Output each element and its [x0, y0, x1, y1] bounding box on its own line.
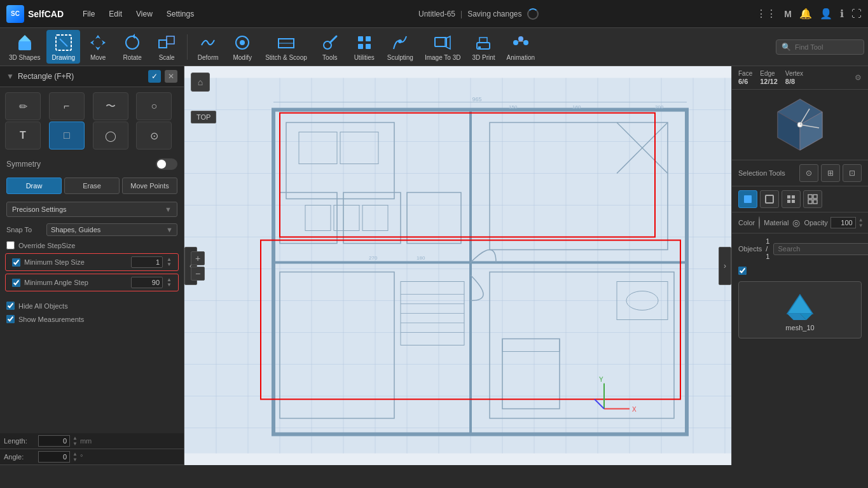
min-angle-step-spinner[interactable]: ▲▼: [167, 277, 172, 288]
min-step-size-input[interactable]: [131, 256, 163, 268]
sel-all-btn[interactable]: [803, 190, 822, 208]
min-step-size-spinner[interactable]: ▲▼: [167, 257, 172, 267]
svg-rect-106: [787, 200, 790, 203]
angle-unit: °: [80, 453, 83, 461]
svg-text:200: 200: [655, 104, 664, 110]
override-stepsize-label: Override StepSize: [18, 242, 75, 249]
tb-rotate[interactable]: Rotate: [116, 30, 149, 64]
menu-settings[interactable]: Settings: [160, 7, 200, 21]
tb-utilities[interactable]: Utilities: [348, 30, 381, 64]
snap-to-select[interactable]: Shapes, Guides ▼: [46, 223, 177, 236]
medium-icon[interactable]: M: [784, 9, 792, 19]
compass-button[interactable]: ⌂: [191, 73, 210, 92]
scale-icon: [156, 32, 177, 53]
erase-button[interactable]: Erase: [64, 178, 120, 194]
share-icon[interactable]: ⋮⋮: [756, 8, 776, 20]
nav-right-arrow[interactable]: ›: [719, 247, 731, 285]
tb-deform-label: Deform: [198, 54, 219, 61]
color-label: Color: [738, 219, 755, 227]
find-tool-input[interactable]: [795, 43, 858, 51]
symmetry-toggle[interactable]: [156, 158, 177, 170]
menu-edit[interactable]: Edit: [102, 7, 128, 21]
tb-3d-shapes[interactable]: 3D Shapes: [4, 30, 45, 64]
tb-move[interactable]: Move: [81, 30, 114, 64]
zoom-in-button[interactable]: +: [191, 251, 205, 265]
pencil-tool[interactable]: ✏: [5, 92, 41, 120]
svg-line-3: [60, 39, 67, 46]
top-view-label[interactable]: TOP: [191, 111, 216, 123]
tb-deform[interactable]: Deform: [191, 30, 224, 64]
zoom-out-button[interactable]: −: [191, 267, 205, 281]
sel-btn-2[interactable]: ⊞: [821, 164, 840, 182]
hide-all-objects-checkbox[interactable]: [6, 302, 15, 310]
vertex-group: Vertex 8/8: [785, 70, 803, 85]
tb-modify[interactable]: Modify: [226, 30, 259, 64]
user-icon[interactable]: 👤: [820, 8, 832, 20]
face-group: Face 6/6: [738, 70, 752, 85]
angle-down[interactable]: ▼: [72, 457, 78, 463]
min-step-size-checkbox[interactable]: [12, 258, 20, 267]
length-up[interactable]: ▲: [72, 435, 78, 441]
tb-scale[interactable]: Scale: [150, 30, 183, 64]
opacity-down[interactable]: ▼: [858, 223, 864, 228]
move-points-button[interactable]: Move Points: [122, 178, 177, 194]
opacity-input[interactable]: [830, 217, 856, 228]
sel-btn-1[interactable]: ⊙: [799, 164, 818, 182]
polygon-tool[interactable]: ⊙: [136, 122, 172, 150]
show-measurements-checkbox[interactable]: [6, 315, 15, 323]
tb-sculpting[interactable]: Sculpting: [382, 30, 418, 64]
ellipse-tool[interactable]: ◯: [93, 122, 128, 150]
min-angle-step-input[interactable]: [131, 277, 163, 288]
file-title: Untitled-65: [418, 10, 455, 18]
tb-image-to-3d[interactable]: Image To 3D: [420, 30, 466, 64]
find-tool[interactable]: 🔍: [776, 39, 864, 55]
sel-btn-3[interactable]: ⊡: [843, 164, 862, 182]
text-tool[interactable]: T: [5, 122, 41, 150]
draw-button[interactable]: Draw: [6, 178, 62, 194]
angle-input[interactable]: [38, 451, 70, 463]
tb-3d-print[interactable]: 3D Print: [467, 30, 500, 64]
color-swatch[interactable]: [759, 216, 760, 229]
settings-gear[interactable]: ⚙: [855, 73, 862, 82]
info-icon[interactable]: ℹ: [840, 8, 844, 20]
svg-rect-7: [159, 40, 167, 48]
canvas-area[interactable]: ‹ › ⌂ TOP + −: [184, 66, 731, 465]
override-stepsize-checkbox[interactable]: [6, 241, 15, 249]
tb-animation[interactable]: Animation: [502, 30, 540, 64]
menu-file[interactable]: File: [76, 7, 101, 21]
close-panel-button[interactable]: ✕: [165, 70, 177, 83]
circle-tool[interactable]: ○: [136, 92, 172, 120]
precision-settings-dropdown[interactable]: Precison Settings ▼: [6, 202, 177, 217]
objects-search-wrap[interactable]: 🔍: [773, 243, 868, 255]
polyline-tool[interactable]: ⌐: [49, 92, 85, 120]
length-input[interactable]: [38, 435, 70, 447]
menu-view[interactable]: View: [130, 7, 159, 21]
obj-visible-checkbox[interactable]: [738, 267, 747, 275]
mesh-name: mesh_10: [785, 324, 814, 331]
opacity-up[interactable]: ▲: [858, 217, 864, 223]
fullscreen-icon[interactable]: ⛶: [851, 8, 862, 20]
tb-3d-shapes-label: 3D Shapes: [9, 54, 40, 61]
length-down[interactable]: ▼: [72, 441, 78, 447]
angle-up[interactable]: ▲: [72, 451, 78, 457]
sel-vertex-btn[interactable]: [782, 190, 801, 208]
curve-tool[interactable]: 〜: [93, 92, 128, 120]
sel-face-btn[interactable]: [738, 190, 757, 208]
sel-edge-btn[interactable]: [760, 190, 779, 208]
mesh-card[interactable]: mesh_10: [738, 281, 862, 338]
min-angle-step-checkbox[interactable]: [12, 279, 20, 287]
face-value: 6/6: [738, 78, 752, 85]
confirm-button[interactable]: ✓: [148, 70, 161, 83]
tool-grid: ✏ ⌐ 〜 ○ T □ ◯ ⊙: [0, 87, 184, 155]
bell-icon[interactable]: 🔔: [799, 8, 812, 20]
tb-stitch-scoop[interactable]: Stitch & Scoop: [260, 30, 312, 64]
app-logo[interactable]: SC SelfCAD: [6, 5, 64, 23]
tb-tools[interactable]: Tools: [313, 30, 347, 64]
tb-drawing[interactable]: Drawing: [46, 30, 80, 64]
canvas-svg[interactable]: 965 270 180 150 160 200 X Y: [184, 66, 731, 465]
objects-search-input[interactable]: [778, 245, 865, 253]
edge-value: 12/12: [760, 78, 778, 85]
material-icon[interactable]: ◎: [792, 218, 800, 228]
right-panel: Face 6/6 Edge 12/12 Vertex 8/8 ⚙: [731, 66, 868, 465]
rectangle-tool[interactable]: □: [49, 122, 85, 150]
